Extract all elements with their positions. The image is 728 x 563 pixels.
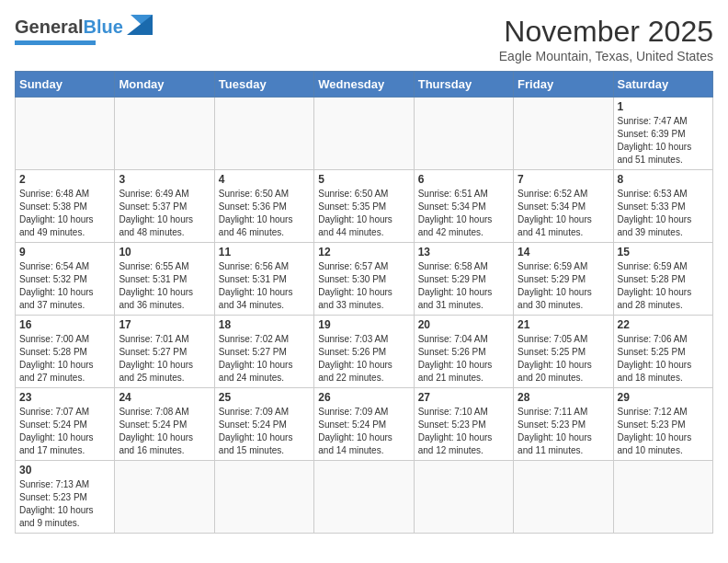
day-info: Sunrise: 7:09 AM Sunset: 5:24 PM Dayligh… bbox=[219, 406, 310, 457]
day-number: 19 bbox=[318, 318, 409, 331]
calendar-cell bbox=[613, 461, 712, 534]
day-info: Sunrise: 7:07 AM Sunset: 5:24 PM Dayligh… bbox=[19, 406, 110, 457]
day-number: 15 bbox=[618, 246, 709, 259]
weekday-header-saturday: Saturday bbox=[613, 72, 712, 98]
page-header: General Blue November 2025 Eagle Mountai… bbox=[15, 15, 713, 63]
day-number: 10 bbox=[119, 246, 210, 259]
day-number: 20 bbox=[418, 318, 509, 331]
calendar-cell: 16Sunrise: 7:00 AM Sunset: 5:28 PM Dayli… bbox=[16, 316, 115, 388]
calendar-cell: 27Sunrise: 7:10 AM Sunset: 5:23 PM Dayli… bbox=[414, 388, 513, 461]
day-number: 3 bbox=[119, 173, 210, 186]
day-info: Sunrise: 6:49 AM Sunset: 5:37 PM Dayligh… bbox=[119, 188, 210, 239]
calendar-cell: 15Sunrise: 6:59 AM Sunset: 5:28 PM Dayli… bbox=[613, 243, 712, 316]
day-number: 26 bbox=[318, 391, 409, 404]
day-info: Sunrise: 6:55 AM Sunset: 5:31 PM Dayligh… bbox=[119, 260, 210, 312]
day-number: 23 bbox=[19, 391, 110, 404]
calendar-cell bbox=[314, 98, 414, 170]
day-number: 29 bbox=[618, 391, 709, 404]
day-number: 22 bbox=[618, 318, 709, 331]
day-number: 12 bbox=[318, 246, 409, 259]
day-number: 27 bbox=[418, 391, 509, 404]
weekday-header-friday: Friday bbox=[514, 72, 613, 98]
day-number: 14 bbox=[518, 246, 609, 259]
calendar-cell: 7Sunrise: 6:52 AM Sunset: 5:34 PM Daylig… bbox=[514, 170, 613, 243]
calendar-cell: 28Sunrise: 7:11 AM Sunset: 5:23 PM Dayli… bbox=[514, 388, 613, 461]
location-text: Eagle Mountain, Texas, United States bbox=[499, 49, 713, 63]
weekday-header-thursday: Thursday bbox=[414, 72, 513, 98]
day-number: 28 bbox=[518, 391, 609, 404]
day-info: Sunrise: 7:06 AM Sunset: 5:25 PM Dayligh… bbox=[618, 333, 709, 385]
calendar-cell: 10Sunrise: 6:55 AM Sunset: 5:31 PM Dayli… bbox=[115, 243, 214, 316]
day-number: 17 bbox=[119, 318, 210, 331]
calendar-cell bbox=[115, 98, 214, 170]
calendar-cell: 2Sunrise: 6:48 AM Sunset: 5:38 PM Daylig… bbox=[16, 170, 115, 243]
day-number: 7 bbox=[518, 173, 609, 186]
day-info: Sunrise: 6:56 AM Sunset: 5:31 PM Dayligh… bbox=[219, 260, 310, 312]
calendar-cell: 24Sunrise: 7:08 AM Sunset: 5:24 PM Dayli… bbox=[115, 388, 214, 461]
calendar-cell: 1Sunrise: 7:47 AM Sunset: 6:39 PM Daylig… bbox=[613, 98, 712, 170]
week-row-0: 1Sunrise: 7:47 AM Sunset: 6:39 PM Daylig… bbox=[16, 98, 713, 170]
calendar-cell: 4Sunrise: 6:50 AM Sunset: 5:36 PM Daylig… bbox=[214, 170, 313, 243]
day-number: 25 bbox=[219, 391, 310, 404]
calendar-cell: 6Sunrise: 6:51 AM Sunset: 5:34 PM Daylig… bbox=[414, 170, 513, 243]
calendar-cell: 19Sunrise: 7:03 AM Sunset: 5:26 PM Dayli… bbox=[314, 316, 414, 388]
calendar-cell bbox=[314, 461, 414, 534]
calendar-cell: 5Sunrise: 6:50 AM Sunset: 5:35 PM Daylig… bbox=[314, 170, 414, 243]
calendar-cell: 8Sunrise: 6:53 AM Sunset: 5:33 PM Daylig… bbox=[613, 170, 712, 243]
logo-blue-text: Blue bbox=[83, 17, 122, 38]
day-number: 24 bbox=[119, 391, 210, 404]
weekday-header-monday: Monday bbox=[115, 72, 214, 98]
day-info: Sunrise: 7:08 AM Sunset: 5:24 PM Dayligh… bbox=[119, 406, 210, 457]
day-info: Sunrise: 7:00 AM Sunset: 5:28 PM Dayligh… bbox=[19, 333, 110, 385]
week-row-5: 30Sunrise: 7:13 AM Sunset: 5:23 PM Dayli… bbox=[16, 461, 713, 534]
day-number: 4 bbox=[219, 173, 310, 186]
day-info: Sunrise: 7:11 AM Sunset: 5:23 PM Dayligh… bbox=[518, 406, 609, 457]
day-info: Sunrise: 7:47 AM Sunset: 6:39 PM Dayligh… bbox=[618, 115, 709, 167]
day-number: 30 bbox=[19, 464, 110, 477]
day-number: 11 bbox=[219, 246, 310, 259]
day-number: 6 bbox=[418, 173, 509, 186]
calendar-cell: 26Sunrise: 7:09 AM Sunset: 5:24 PM Dayli… bbox=[314, 388, 414, 461]
calendar-cell bbox=[16, 98, 115, 170]
calendar-cell: 12Sunrise: 6:57 AM Sunset: 5:30 PM Dayli… bbox=[314, 243, 414, 316]
day-info: Sunrise: 6:53 AM Sunset: 5:33 PM Dayligh… bbox=[618, 188, 709, 239]
day-info: Sunrise: 7:02 AM Sunset: 5:27 PM Dayligh… bbox=[219, 333, 310, 385]
calendar-table: SundayMondayTuesdayWednesdayThursdayFrid… bbox=[15, 71, 713, 534]
day-info: Sunrise: 7:04 AM Sunset: 5:26 PM Dayligh… bbox=[418, 333, 509, 385]
calendar-cell bbox=[214, 98, 313, 170]
day-info: Sunrise: 6:59 AM Sunset: 5:28 PM Dayligh… bbox=[618, 260, 709, 312]
day-info: Sunrise: 6:58 AM Sunset: 5:29 PM Dayligh… bbox=[418, 260, 509, 312]
weekday-header-wednesday: Wednesday bbox=[314, 72, 414, 98]
calendar-cell: 18Sunrise: 7:02 AM Sunset: 5:27 PM Dayli… bbox=[214, 316, 313, 388]
calendar-cell: 3Sunrise: 6:49 AM Sunset: 5:37 PM Daylig… bbox=[115, 170, 214, 243]
calendar-cell: 17Sunrise: 7:01 AM Sunset: 5:27 PM Dayli… bbox=[115, 316, 214, 388]
logo-underline bbox=[15, 40, 96, 45]
calendar-cell bbox=[514, 98, 613, 170]
day-number: 5 bbox=[318, 173, 409, 186]
calendar-cell bbox=[514, 461, 613, 534]
week-row-3: 16Sunrise: 7:00 AM Sunset: 5:28 PM Dayli… bbox=[16, 316, 713, 388]
logo-general-text: General bbox=[15, 17, 83, 38]
day-number: 21 bbox=[518, 318, 609, 331]
day-number: 1 bbox=[618, 100, 709, 113]
calendar-cell: 21Sunrise: 7:05 AM Sunset: 5:25 PM Dayli… bbox=[514, 316, 613, 388]
day-info: Sunrise: 6:51 AM Sunset: 5:34 PM Dayligh… bbox=[418, 188, 509, 239]
title-block: November 2025 Eagle Mountain, Texas, Uni… bbox=[499, 15, 713, 63]
logo: General Blue bbox=[15, 15, 153, 45]
week-row-2: 9Sunrise: 6:54 AM Sunset: 5:32 PM Daylig… bbox=[16, 243, 713, 316]
calendar-cell: 20Sunrise: 7:04 AM Sunset: 5:26 PM Dayli… bbox=[414, 316, 513, 388]
weekday-header-sunday: Sunday bbox=[16, 72, 115, 98]
day-info: Sunrise: 7:05 AM Sunset: 5:25 PM Dayligh… bbox=[518, 333, 609, 385]
calendar-cell: 14Sunrise: 6:59 AM Sunset: 5:29 PM Dayli… bbox=[514, 243, 613, 316]
calendar-cell: 25Sunrise: 7:09 AM Sunset: 5:24 PM Dayli… bbox=[214, 388, 313, 461]
calendar-cell: 9Sunrise: 6:54 AM Sunset: 5:32 PM Daylig… bbox=[16, 243, 115, 316]
calendar-cell: 29Sunrise: 7:12 AM Sunset: 5:23 PM Dayli… bbox=[613, 388, 712, 461]
calendar-cell bbox=[115, 461, 214, 534]
calendar-cell: 23Sunrise: 7:07 AM Sunset: 5:24 PM Dayli… bbox=[16, 388, 115, 461]
day-info: Sunrise: 6:57 AM Sunset: 5:30 PM Dayligh… bbox=[318, 260, 409, 312]
day-info: Sunrise: 6:52 AM Sunset: 5:34 PM Dayligh… bbox=[518, 188, 609, 239]
month-title: November 2025 bbox=[499, 15, 713, 49]
calendar-cell bbox=[214, 461, 313, 534]
day-info: Sunrise: 6:50 AM Sunset: 5:35 PM Dayligh… bbox=[318, 188, 409, 239]
day-info: Sunrise: 7:13 AM Sunset: 5:23 PM Dayligh… bbox=[19, 478, 110, 530]
